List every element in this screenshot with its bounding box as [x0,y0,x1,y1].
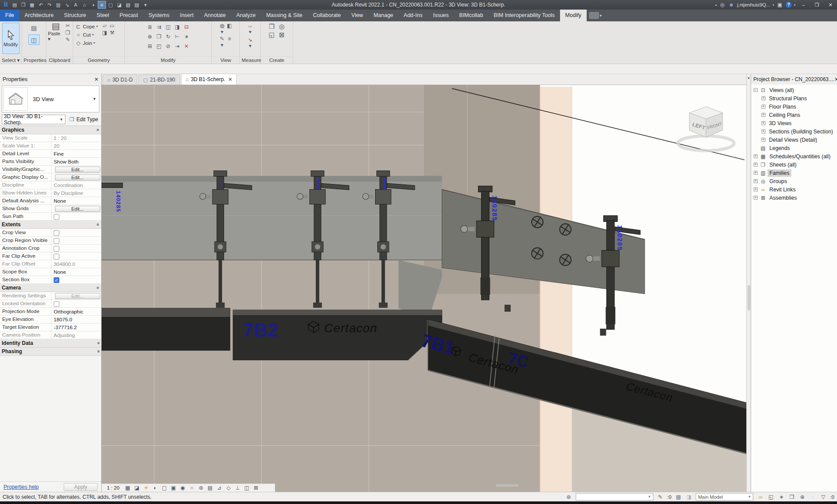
select-underlay-icon[interactable]: ◱ [767,494,774,500]
chevron-down-icon[interactable]: « [96,350,101,353]
model-canvas[interactable]: 140285 [102,85,746,492]
expand-icon[interactable]: + [762,129,765,133]
move-icon[interactable]: ⊕ [147,34,153,40]
drag-on-selection-icon[interactable]: ⊕ [799,494,806,500]
type-selector[interactable]: 3D View ▼ [2,85,99,112]
checkbox[interactable] [54,238,59,244]
ribbon-tab-massing-site[interactable]: Massing & Site [261,10,307,21]
default-view-icon[interactable]: ▧ [124,1,132,8]
edit-button[interactable]: Edit... [55,206,100,212]
drawing-area[interactable]: 140285 [102,85,746,492]
section-header-identity-data[interactable]: Identity Data« [0,339,101,347]
prop-value[interactable]: Edit... [51,292,101,300]
prop-value[interactable]: -377716.2 [51,324,101,331]
tree-item-views-all[interactable]: −⊡Views (all) [751,86,837,94]
prop-value[interactable]: Coordination [51,181,101,189]
cut-geometry-button[interactable]: ○Cut▾ [75,31,98,38]
prop-value[interactable]: None [51,268,101,276]
beam-7b2[interactable]: 7B2 Certacon [233,310,442,360]
prop-value[interactable]: Edit... [51,166,101,173]
active-workset-select[interactable]: ▼ [576,493,653,501]
sun-path-icon[interactable]: ☀ [143,485,150,491]
measure-icon[interactable]: ↘ [63,1,71,8]
create-similar-icon[interactable]: ⊠ [278,31,286,38]
render-icon[interactable]: ◑ [89,1,97,8]
signed-in-user[interactable]: j.nijenhuis9Q... [737,2,770,7]
ribbon-tab-view[interactable]: View [346,10,369,21]
checkbox[interactable] [54,301,59,307]
type-selector-chevron-icon[interactable]: ▼ [92,97,99,101]
tab-overflow-chevron-icon[interactable]: ▾ [748,76,750,80]
tree-item-sheets-all[interactable]: +❒Sheets (all) [751,160,837,169]
tree-item-assemblies[interactable]: +⊠Assemblies [751,194,837,202]
mirror-pick-axis-icon[interactable]: ◫ [165,24,171,30]
chevron-up-icon[interactable]: « [96,129,101,131]
wall-opening-icon[interactable]: ▭ [109,23,116,29]
measure-between-refs-icon[interactable]: ↔ ▾ [247,23,253,35]
expand-icon[interactable]: + [754,196,758,200]
visual-style-icon[interactable]: ◪ [133,485,140,491]
join-geometry-button[interactable]: ◇Join▾ [75,39,98,47]
array-icon[interactable]: ⊞ [147,43,153,49]
ribbon-tab-add-ins[interactable]: Add-Ins [399,10,428,21]
scale-tool-icon[interactable]: ◰ [156,43,162,49]
prop-value[interactable]: Show Both [51,158,101,165]
tree-item-3d-views[interactable]: +3D Views [751,119,837,127]
hide-in-view-icon[interactable]: ◧ [226,23,233,35]
ribbon-tab-structure[interactable]: Structure [59,10,92,21]
copy-to-clipboard-icon[interactable]: ❐ [65,30,71,36]
analytical-model-icon[interactable]: ⊿ [216,485,223,491]
thin-lines-icon[interactable]: ≡ [98,1,106,8]
prop-value[interactable]: Adjusting [51,331,101,339]
tree-item-legends[interactable]: ▤Legends [751,144,837,152]
tree-item-floor-plans[interactable]: +Floor Plans [751,102,837,111]
temporary-view-properties-icon[interactable]: ▤ [207,485,214,491]
edit-button[interactable]: Edit... [55,167,100,173]
app-store-cart-icon[interactable]: ▣ [776,2,783,8]
shadows-icon[interactable]: ◐ [152,485,159,491]
apply-button[interactable]: Apply [64,483,98,491]
save-icon[interactable]: ▦ [28,1,36,8]
prop-value[interactable] [51,229,101,236]
view-visibility-icon[interactable]: ◍ ▾ [219,23,225,35]
expand-icon[interactable]: + [762,113,765,117]
tree-item-families[interactable]: +▥Families [751,169,837,177]
search-collapse-icon[interactable]: ◂ [715,3,717,7]
create-parts-icon[interactable]: ◱ [268,31,276,38]
panel-label-select[interactable]: Select ▾ [0,56,21,64]
redo-icon[interactable]: ↷ [46,1,53,8]
create-group-icon[interactable]: ◎ [278,23,286,30]
prop-value[interactable]: Edit... [51,174,101,181]
user-interface-icon[interactable]: ▤ [28,23,40,33]
reveal-hidden-icon[interactable]: ○ [188,485,195,491]
customize-qat-icon[interactable]: ▾ [142,1,149,8]
pin-icon[interactable]: ∗ [183,34,190,40]
expand-icon[interactable]: + [762,105,765,109]
collapse-icon[interactable]: − [754,88,758,92]
view-tab-close-icon[interactable]: ✕ [228,77,232,82]
prop-value[interactable] [51,245,101,252]
ribbon-tab-collaborate[interactable]: Collaborate [308,10,346,21]
ribbon-tab-insert[interactable]: Insert [174,10,198,21]
ribbon-tab-precast[interactable]: Precast [114,10,143,21]
tree-item-sections-building-section[interactable]: +Sections (Building Section) [751,127,837,136]
prop-value[interactable]: 20 [51,142,101,150]
ribbon-tab-modify[interactable]: Modify [560,10,587,21]
copy-icon[interactable]: ❐ [156,34,162,40]
prop-value[interactable]: 1 : 20 [51,134,101,142]
view-tab-3d-d1-d[interactable]: ⌂3D D1-D [102,75,137,85]
background-processes-icon[interactable]: ◌ [809,494,816,500]
view-scale-button[interactable]: 1 : 20 [103,485,122,490]
search-icon[interactable]: ◎ [719,2,726,8]
lock-view-icon[interactable]: ⊠ [253,485,260,491]
modify-tool-button[interactable]: Modify [2,23,20,54]
reveal-constraints-icon[interactable]: ⊥ [234,485,241,491]
rotate-icon[interactable]: ↻ [165,34,171,40]
select-by-face-icon[interactable]: ❐ [788,494,795,500]
section-header-camera[interactable]: Camera« [0,284,101,292]
prop-value[interactable]: Orthographic [51,308,101,315]
section-header-extents[interactable]: Extents« [0,221,101,229]
expand-icon[interactable]: + [754,171,758,175]
editing-requests-icon[interactable]: ✎ [657,494,664,500]
delete-icon[interactable]: ✕ [183,43,190,49]
